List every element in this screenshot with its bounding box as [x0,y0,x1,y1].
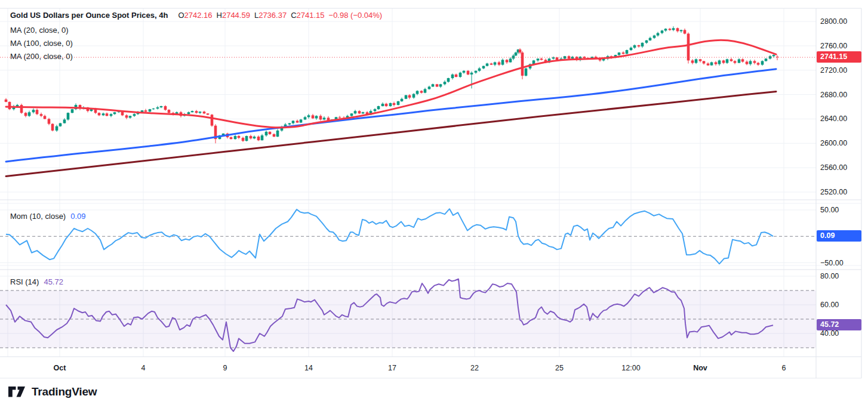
rsi-legend[interactable]: RSI (14)45.72 [10,277,63,286]
tradingview-logo-text: TradingView [32,385,97,398]
rsi-value: 45.72 [44,277,63,286]
ma20-legend[interactable]: MA (20, close, 0) [10,26,69,35]
ma200-legend[interactable]: MA (200, close, 0) [10,52,73,61]
high-key: H [217,11,222,20]
tradingview-logo-icon [8,386,26,398]
ma100-legend[interactable]: MA (100, close, 0) [10,39,73,48]
tradingview-logo[interactable]: TradingView [8,385,97,398]
price-tick-label: 2800.00 [820,17,847,26]
low-value: 2736.37 [258,11,287,20]
time-tick-label: 14 [304,364,313,372]
price-tick-label: 2720.00 [820,66,847,75]
rsi-tick-label: 40.00 [820,329,839,338]
rsi-tick-label: 60.00 [820,301,839,309]
ma100-label: MA (100, close, 0) [10,39,73,48]
time-tick-label: Nov [693,364,707,372]
time-tick-label: Oct [54,364,66,372]
rsi-band [0,290,816,348]
close-key: C [291,11,296,20]
time-tick-label: 17 [388,364,396,372]
time-tick-label: 4 [141,364,146,372]
rsi-label: RSI (14) [10,277,39,286]
momentum-tick-label: −50.00 [820,259,844,267]
momentum-value-badge: 0.09 [817,230,861,242]
open-key: O [178,11,184,20]
time-tick-label: 22 [470,364,479,372]
time-tick-label: 9 [223,364,227,372]
price-tick-label: 2520.00 [820,188,847,196]
momentum-label: Mom (10, close) [10,212,66,221]
momentum-value: 0.09 [70,212,85,221]
price-tick-label: 2760.00 [820,42,847,50]
price-tick-label: 2680.00 [820,91,847,99]
ma200-label: MA (200, close, 0) [10,52,73,61]
momentum-legend[interactable]: Mom (10, close)0.09 [10,212,86,221]
price-tick-label: 2600.00 [820,139,847,147]
change-value: −0.98 (−0.04%) [329,11,383,20]
rsi-value-badge: 45.72 [817,319,861,330]
ma20-label: MA (20, close, 0) [10,26,69,35]
time-tick-label: 12:00 [621,364,640,372]
close-value: 2741.15 [297,11,325,20]
symbol-title: Gold US Dollars per Ounce Spot Prices, 4… [10,11,168,20]
open-value: 2742.16 [184,11,213,20]
time-tick-label: 6 [782,364,786,372]
last-price-badge: 2741.15 [817,51,861,63]
rsi-tick-label: 80.00 [820,272,839,280]
time-tick-label: 25 [555,364,564,372]
momentum-tick-label: 50.00 [820,206,839,214]
chart-canvas[interactable] [0,0,868,405]
tradingview-chart: Gold US Dollars per Ounce Spot Prices, 4… [0,0,868,405]
price-tick-label: 2640.00 [820,115,847,123]
price-tick-label: 2560.00 [820,163,847,172]
symbol-legend[interactable]: Gold US Dollars per Ounce Spot Prices, 4… [10,11,382,20]
high-value: 2744.59 [222,11,250,20]
